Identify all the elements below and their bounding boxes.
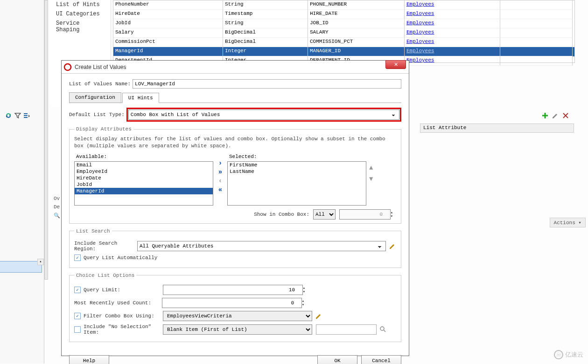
tab-bar: Configuration UI Hints: [69, 92, 401, 103]
table-row[interactable]: PhoneNumber String PHONE_NUMBER Employee…: [113, 0, 574, 10]
dialog-titlebar[interactable]: Create List of Values ✕: [62, 61, 409, 74]
spinner-icon[interactable]: ▴▾: [302, 299, 308, 307]
ok-button[interactable]: OK: [317, 355, 357, 364]
filter-combo-checkbox[interactable]: ✓: [74, 313, 81, 319]
move-all-right-icon[interactable]: »: [216, 168, 224, 176]
table-row[interactable]: Salary BigDecimal SALARY Employees: [113, 28, 574, 38]
cell-link[interactable]: Employees: [406, 39, 434, 44]
sidebar-item[interactable]: Service Shaping: [50, 19, 111, 34]
available-label: Available:: [74, 153, 213, 160]
include-search-select[interactable]: All Queryable Attributes: [137, 241, 386, 251]
cell-link[interactable]: Employees: [406, 57, 434, 63]
list-item[interactable]: Email: [75, 162, 213, 168]
move-down-icon[interactable]: ▼: [369, 175, 373, 183]
query-auto-label: Query List Automatically: [84, 255, 157, 261]
list-item[interactable]: LastName: [228, 168, 366, 175]
svg-point-3: [64, 64, 71, 70]
list-item[interactable]: JobId: [75, 181, 213, 188]
list-item[interactable]: FirstName: [228, 162, 366, 168]
edit-icon[interactable]: [552, 112, 559, 119]
cell-name: JobId: [113, 19, 223, 28]
cell-col: HIRE_DATE: [308, 10, 405, 19]
cell-type: BigDecimal: [223, 38, 308, 47]
cell-link[interactable]: Employees: [406, 48, 434, 54]
no-selection-checkbox[interactable]: [74, 326, 81, 333]
default-list-type-select[interactable]: Combo Box with List of Values: [128, 110, 399, 120]
list-item[interactable]: HireDate: [75, 175, 213, 181]
move-up-icon[interactable]: ▲: [369, 164, 373, 172]
query-limit-checkbox[interactable]: ✓: [74, 287, 81, 293]
edit-pencil-icon[interactable]: [389, 242, 396, 250]
left-panel-item[interactable]: [0, 261, 42, 273]
list-search-group: List Search Include Search Region: All Q…: [69, 228, 401, 268]
query-limit-label: Query Limit:: [84, 287, 163, 293]
search-icon[interactable]: 🔍: [54, 213, 58, 219]
search-icon[interactable]: [379, 326, 387, 333]
refresh-icon[interactable]: [5, 112, 12, 119]
query-auto-checkbox[interactable]: ✓: [74, 254, 81, 261]
cell-empty: [500, 38, 573, 47]
edit-pencil-icon[interactable]: [315, 312, 322, 320]
splitter[interactable]: [44, 0, 48, 280]
attributes-table: PhoneNumber String PHONE_NUMBER Employee…: [113, 0, 575, 63]
cell-name: CommissionPct: [113, 38, 223, 47]
cancel-button[interactable]: Cancel: [361, 355, 401, 364]
cell-link[interactable]: Employees: [406, 20, 434, 26]
show-combo-select[interactable]: All: [313, 209, 336, 220]
filter-combo-select[interactable]: EmployeesViewCriteria: [163, 311, 312, 321]
lov-name-input[interactable]: [133, 79, 401, 89]
cell-col: MANAGER_ID: [308, 47, 405, 56]
available-list[interactable]: Email EmployeeId HireDate JobId ManagerI…: [74, 161, 213, 206]
actions-menu[interactable]: Actions ▾: [550, 218, 586, 227]
spinner-icon[interactable]: ▴▾: [391, 211, 396, 218]
svg-rect-0: [24, 113, 28, 114]
data-label: De: [54, 204, 58, 210]
cell-type: Timestamp: [223, 10, 308, 19]
tab-ui-hints[interactable]: UI Hints: [122, 93, 159, 103]
sidebar-item[interactable]: UI Categories: [50, 9, 111, 19]
selected-list[interactable]: FirstName LastName: [227, 161, 366, 206]
create-lov-dialog: Create List of Values ✕ List of Values N…: [61, 60, 409, 356]
cell-col: COMMISSION_PCT: [308, 38, 405, 47]
cell-link[interactable]: Employees: [406, 29, 434, 35]
table-row[interactable]: JobId String JOB_ID Employees: [113, 19, 574, 28]
no-selection-select[interactable]: Blank Item (First of List): [163, 324, 312, 335]
spinner-icon[interactable]: ▴▾: [303, 286, 308, 294]
collapse-handle[interactable]: ▴: [37, 259, 44, 265]
cell-empty: [500, 28, 573, 38]
query-limit-input[interactable]: [163, 285, 303, 295]
move-left-icon[interactable]: ‹: [216, 177, 224, 185]
add-icon[interactable]: [541, 112, 549, 119]
table-row[interactable]: CommissionPct BigDecimal COMMISSION_PCT …: [113, 38, 574, 47]
close-button[interactable]: ✕: [385, 60, 406, 69]
sidebar-item[interactable]: List of Hints: [50, 0, 111, 9]
mru-input[interactable]: [162, 298, 302, 308]
table-row[interactable]: HireDate Timestamp HIRE_DATE Employees: [113, 10, 574, 19]
no-selection-label: Include "No Selection" Item:: [84, 324, 163, 335]
cell-type: String: [223, 19, 308, 28]
overview-label: Ov: [54, 196, 58, 201]
filter-icon[interactable]: [14, 112, 21, 119]
mru-label: Most Recently Used Count:: [74, 300, 162, 306]
cell-name: PhoneNumber: [113, 0, 223, 10]
table-row-selected[interactable]: ManagerId Integer MANAGER_ID Employees: [113, 47, 574, 56]
no-selection-text[interactable]: [316, 324, 377, 335]
oracle-logo-icon: [63, 63, 72, 71]
move-right-icon[interactable]: ›: [216, 159, 224, 167]
cell-col: JOB_ID: [308, 19, 405, 28]
cell-link[interactable]: Employees: [406, 11, 434, 16]
options-icon[interactable]: [23, 112, 31, 119]
list-item[interactable]: EmployeeId: [75, 168, 213, 175]
help-button[interactable]: Help: [69, 355, 109, 364]
cell-name: Salary: [113, 28, 223, 38]
selected-label: Selected:: [227, 153, 366, 160]
move-all-left-icon[interactable]: «: [216, 186, 224, 193]
tab-configuration[interactable]: Configuration: [69, 92, 121, 103]
include-search-label: Include Search Region:: [74, 240, 137, 252]
cell-type: Integer: [223, 47, 308, 56]
delete-icon[interactable]: [562, 112, 569, 119]
filter-combo-label: Filter Combo Box Using:: [84, 313, 163, 319]
cell-link[interactable]: Employees: [406, 1, 434, 7]
lov-name-label: List of Values Name:: [69, 81, 131, 87]
list-item-selected[interactable]: ManagerId: [75, 188, 213, 194]
